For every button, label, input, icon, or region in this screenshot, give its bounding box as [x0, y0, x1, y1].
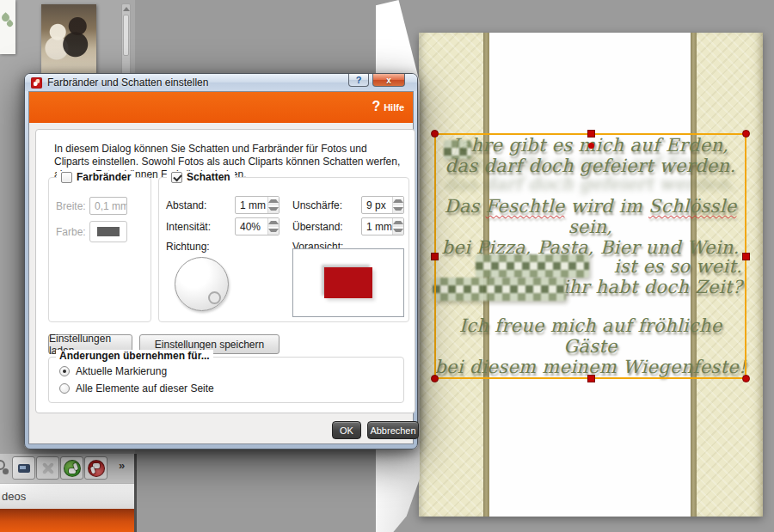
richtung-label: Richtung:	[166, 241, 210, 253]
dialog-content: ? Hilfe In diesem Dialog können Sie Scha…	[28, 91, 414, 444]
radio-label: Aktuelle Markierung	[76, 365, 167, 377]
radio-unselected-icon[interactable]	[59, 383, 70, 394]
ueberstand-label: Überstand:	[292, 221, 343, 233]
selection-handle-top-left[interactable]	[431, 130, 439, 138]
thumbs-down-button[interactable]	[84, 456, 108, 480]
selection-handle-bottom-right[interactable]	[742, 375, 750, 382]
cancel-button[interactable]: Abbrechen	[367, 421, 419, 439]
farbraender-checkbox[interactable]	[61, 172, 72, 183]
spin-up-icon[interactable]	[393, 197, 403, 205]
ok-button[interactable]: OK	[332, 421, 361, 439]
unschaerfe-spinner[interactable]: 9 px	[361, 196, 404, 214]
spin-up-icon[interactable]	[268, 197, 279, 205]
radio-current-selection[interactable]: Aktuelle Markierung	[59, 365, 167, 377]
spin-down-icon[interactable]	[268, 227, 279, 235]
selection-handle-mid-left[interactable]	[431, 253, 439, 260]
videos-section-bar[interactable]: deos	[0, 483, 134, 509]
selection-handle-top-center[interactable]	[587, 130, 595, 138]
help-label: Hilfe	[384, 102, 404, 113]
window-close-button[interactable]: x	[372, 74, 405, 87]
schatten-label: Schatten	[187, 171, 230, 183]
window-help-button[interactable]: ?	[348, 74, 369, 87]
spin-up-icon[interactable]	[393, 218, 403, 227]
radio-selected-icon[interactable]	[59, 366, 70, 376]
thumbnail-scrollbar[interactable]	[121, 3, 131, 79]
farbe-label: Farbe:	[56, 226, 86, 238]
ueberstand-spinner[interactable]: 1 mm	[361, 217, 404, 235]
schatten-group: Schatten Abstand: 1 mm Unschärfe: 9 px I…	[158, 177, 409, 322]
thumbs-up-icon	[64, 460, 81, 477]
direction-knob-indicator[interactable]	[208, 291, 221, 304]
dialog-main: In diesem Dialog können Sie Schatten und…	[29, 123, 413, 443]
scroll-up-icon[interactable]	[123, 7, 130, 11]
heart-clipart-icon	[6, 20, 15, 28]
tools-button-disabled	[36, 456, 59, 480]
videos-bar-label: deos	[2, 490, 26, 503]
screen-image-button[interactable]	[12, 456, 35, 480]
selection-rotate-handle[interactable]	[588, 143, 594, 149]
spin-down-icon[interactable]	[268, 205, 279, 214]
farbraender-group: Farbränder Breite: 0,1 mm Farbe:	[48, 177, 151, 322]
help-question-icon: ?	[372, 99, 380, 114]
app-screen: Jahre gibt es mich auf Erden, das darf d…	[0, 0, 774, 532]
settings-card: In diesem Dialog können Sie Schatten und…	[35, 129, 415, 413]
intensitaet-spinner[interactable]: 40%	[235, 217, 280, 235]
shadow-preview	[292, 248, 404, 317]
breite-label: Breite:	[56, 200, 86, 212]
intensitaet-label: Intensität:	[166, 221, 211, 233]
orange-accent-bar	[0, 509, 134, 532]
selection-handle-mid-right[interactable]	[742, 253, 750, 260]
radio-label: Alle Elemente auf dieser Seite	[76, 382, 214, 394]
bottom-toolbar: »	[0, 454, 134, 483]
selection-handle-bottom-left[interactable]	[431, 375, 439, 382]
apply-group-label: Änderungen übernehmen für...	[56, 350, 213, 362]
thumbnail-wedding-photo[interactable]	[41, 4, 96, 77]
farbraender-schatten-dialog: Farbränder und Schatten einstellen ? x ?…	[24, 73, 418, 449]
shadow-preview-rect	[324, 267, 372, 298]
dialog-app-icon	[31, 77, 42, 89]
apply-group: Änderungen übernehmen für... Aktuelle Ma…	[48, 357, 404, 403]
abstand-spinner[interactable]: 1 mm	[235, 196, 280, 214]
breite-spinner: 0,1 mm	[89, 197, 127, 215]
dialog-title: Farbränder und Schatten einstellen	[47, 76, 208, 89]
thumbs-up-button[interactable]	[60, 456, 83, 480]
selection-handle-bottom-center[interactable]	[587, 375, 595, 382]
toolbar-overflow-chevron[interactable]: »	[119, 459, 125, 472]
help-link[interactable]: ? Hilfe	[372, 99, 404, 114]
spin-up-icon[interactable]	[268, 218, 279, 227]
thumbs-down-icon	[88, 460, 105, 477]
abstand-label: Abstand:	[166, 199, 206, 211]
farbraender-label: Farbränder	[77, 171, 131, 183]
direction-knob[interactable]	[175, 257, 229, 311]
scrollbar-thumb[interactable]	[123, 15, 129, 56]
spin-down-icon[interactable]	[393, 227, 403, 235]
thumbnail-clipart-card[interactable]	[0, 0, 15, 54]
color-swatch	[97, 227, 120, 236]
radio-all-elements[interactable]: Alle Elemente auf dieser Seite	[59, 382, 214, 394]
dialog-banner: ? Hilfe	[29, 92, 413, 123]
screen-image-icon	[18, 464, 30, 473]
panel-divider	[134, 454, 137, 532]
farbe-swatch-button	[89, 221, 127, 242]
tools-disabled-icon	[41, 462, 55, 475]
schatten-checkbox[interactable]	[171, 172, 182, 183]
spin-down-icon[interactable]	[393, 205, 403, 214]
selection-frame[interactable]	[434, 133, 746, 379]
unschaerfe-label: Unschärfe:	[292, 199, 342, 211]
selection-handle-top-right[interactable]	[742, 130, 750, 138]
